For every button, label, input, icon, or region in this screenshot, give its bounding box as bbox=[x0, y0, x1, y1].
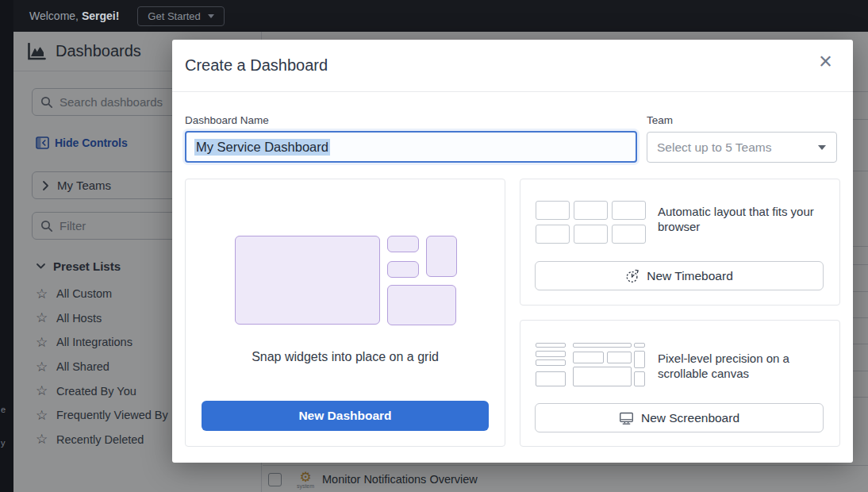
get-started-button[interactable]: Get Started bbox=[137, 6, 224, 26]
welcome-text: Welcome, Sergei! bbox=[29, 10, 119, 22]
close-icon[interactable]: × bbox=[819, 50, 832, 73]
stopwatch-icon bbox=[625, 269, 639, 283]
screenboard-card: Pixel-level precision on a scrollable ca… bbox=[520, 320, 840, 447]
modal-title: Create a Dashboard bbox=[185, 56, 328, 75]
create-dashboard-modal: Create a Dashboard × Dashboard Name My S… bbox=[172, 40, 853, 463]
screenboard-description: Pixel-level precision on a scrollable ca… bbox=[658, 351, 829, 381]
grid-card-caption: Snap widgets into place on a grid bbox=[186, 350, 505, 364]
user-name: Sergei! bbox=[82, 10, 119, 22]
new-timeboard-label: New Timeboard bbox=[647, 269, 733, 283]
nav-label-fragment: y bbox=[1, 438, 6, 448]
timeboard-description: Automatic layout that fits your browser bbox=[658, 204, 829, 234]
get-started-label: Get Started bbox=[148, 10, 200, 22]
screenboard-layout-illustration bbox=[536, 341, 647, 389]
timeboard-layout-illustration bbox=[536, 201, 646, 244]
chevron-down-icon bbox=[208, 14, 214, 18]
monitor-icon bbox=[619, 411, 634, 425]
new-dashboard-button[interactable]: New Dashboard bbox=[202, 401, 489, 431]
timeboard-card: Automatic layout that fits your browser … bbox=[520, 179, 840, 306]
dashboard-name-input[interactable]: My Service Dashboard bbox=[185, 131, 637, 163]
dashboard-name-label: Dashboard Name bbox=[185, 114, 269, 126]
team-select[interactable]: Select up to 5 Teams bbox=[647, 132, 837, 163]
team-select-placeholder: Select up to 5 Teams bbox=[657, 140, 818, 155]
grid-dashboard-card: Snap widgets into place on a grid New Da… bbox=[185, 179, 505, 447]
chevron-down-icon bbox=[818, 145, 826, 150]
new-screenboard-label: New Screenboard bbox=[641, 411, 739, 425]
top-welcome-bar: Welcome, Sergei! Get Started bbox=[13, 0, 868, 32]
nav-label-fragment: e bbox=[1, 405, 6, 414]
modal-header-divider bbox=[172, 91, 853, 92]
grid-layout-illustration bbox=[235, 236, 457, 325]
team-label: Team bbox=[647, 114, 673, 126]
new-screenboard-button[interactable]: New Screenboard bbox=[535, 403, 824, 432]
dashboard-name-value: My Service Dashboard bbox=[194, 139, 330, 156]
new-timeboard-button[interactable]: New Timeboard bbox=[535, 261, 824, 290]
app-nav-strip[interactable]: e y bbox=[0, 0, 13, 492]
